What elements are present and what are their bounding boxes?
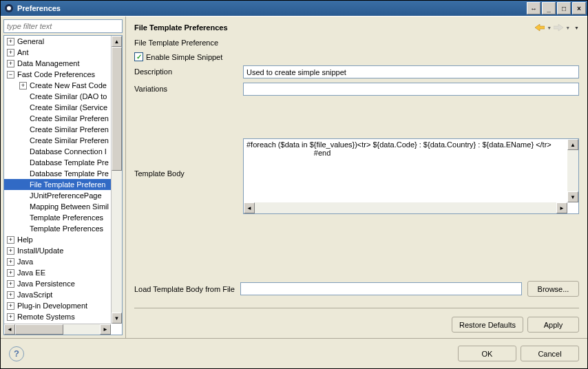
tree-item[interactable]: Create Similar Preferen xyxy=(4,135,111,146)
scroll-left-button[interactable]: ◄ xyxy=(4,324,15,335)
tree-spacer xyxy=(19,104,27,112)
description-input[interactable] xyxy=(243,65,579,78)
resize-button[interactable]: ↔ xyxy=(527,2,540,14)
scroll-up-button[interactable]: ▲ xyxy=(112,36,122,47)
expand-icon[interactable]: + xyxy=(7,60,14,67)
help-icon[interactable]: ? xyxy=(9,346,24,361)
tree-item-label: Java EE xyxy=(17,268,45,277)
template-body-label: Template Body xyxy=(134,138,238,178)
ta-scroll-up[interactable]: ▲ xyxy=(567,139,578,150)
tree-item[interactable]: Create Similar Preferen xyxy=(4,113,111,124)
textarea-hscroll[interactable]: ◄ ► xyxy=(244,202,567,213)
filter-input[interactable] xyxy=(3,19,123,33)
expand-icon[interactable]: + xyxy=(7,269,14,277)
restore-defaults-button[interactable]: Restore Defaults xyxy=(452,317,523,333)
menu-dropdown-icon[interactable]: ▼ xyxy=(574,25,579,30)
enable-snippet-label: Enable Simple Snippet xyxy=(146,53,222,61)
tree-item[interactable]: Template Preferences xyxy=(4,223,111,234)
cancel-button[interactable]: Cancel xyxy=(521,346,579,361)
expand-icon[interactable]: + xyxy=(7,49,14,56)
section-label: File Template Preference xyxy=(134,39,579,47)
expand-icon[interactable]: + xyxy=(7,313,14,321)
close-button[interactable]: × xyxy=(572,2,586,14)
tree-item-label: Fast Code Preferences xyxy=(17,70,95,78)
tree-hscrollbar[interactable]: ◄ ► xyxy=(4,324,111,335)
minimize-button[interactable]: _ xyxy=(542,2,556,14)
tree-item[interactable]: Template Preferences xyxy=(4,212,111,223)
description-label: Description xyxy=(134,65,238,76)
tree-item[interactable]: +Help xyxy=(4,234,111,245)
expand-icon[interactable]: + xyxy=(19,82,27,89)
tree-item[interactable]: Database Template Pre xyxy=(4,157,111,168)
tree-item-label: Create New Fast Code xyxy=(30,81,107,89)
tree-item[interactable]: +General xyxy=(4,36,111,47)
tree-item[interactable]: +Java EE xyxy=(4,267,111,278)
maximize-button[interactable]: □ xyxy=(557,2,571,14)
tree-item[interactable]: Mapping Between Simil xyxy=(4,201,111,212)
tree-item[interactable]: +Install/Update xyxy=(4,245,111,256)
tree-item[interactable]: File Template Preferen xyxy=(4,179,111,190)
enable-snippet-checkbox[interactable]: ✓ xyxy=(134,52,143,61)
tree-item-label: Remote Systems xyxy=(17,313,75,321)
back-button[interactable] xyxy=(534,22,545,33)
tree-item[interactable]: +Java xyxy=(4,256,111,267)
tree-item[interactable]: Create Similar (DAO to xyxy=(4,91,111,102)
enable-snippet-row: ✓ Enable Simple Snippet xyxy=(134,52,579,61)
tree-item-label: Template Preferences xyxy=(30,213,103,222)
tree-item[interactable]: Create Similar Preferen xyxy=(4,124,111,135)
form-area: File Template Preference ✓ Enable Simple… xyxy=(134,39,579,333)
tree-item-label: Data Management xyxy=(17,59,80,67)
template-body-textarea[interactable]: #foreach ($data in ${file_values})<tr> $… xyxy=(243,138,579,214)
collapse-icon[interactable]: − xyxy=(7,71,14,78)
expand-icon[interactable]: + xyxy=(7,247,14,255)
tree-item[interactable]: +Remote Systems xyxy=(4,311,111,322)
ok-button[interactable]: OK xyxy=(458,346,516,361)
expand-icon[interactable]: + xyxy=(7,291,14,299)
apply-button[interactable]: Apply xyxy=(527,317,579,333)
variations-input[interactable] xyxy=(243,83,579,96)
bottom-bar: ? OK Cancel xyxy=(1,338,587,368)
preference-tree[interactable]: +General+Ant+Data Management−Fast Code P… xyxy=(4,36,111,324)
tree-item[interactable]: Database Connection I xyxy=(4,146,111,157)
back-dropdown-icon[interactable]: ▼ xyxy=(547,25,552,30)
scroll-thumb[interactable] xyxy=(112,47,122,171)
tree-item-label: JavaScript xyxy=(17,291,52,299)
tree-item[interactable]: +Data Management xyxy=(4,58,111,69)
tree-vscrollbar[interactable]: ▲ ▼ xyxy=(111,36,122,324)
ta-scroll-down[interactable]: ▼ xyxy=(567,191,578,202)
textarea-vscroll[interactable]: ▲ ▼ xyxy=(567,139,578,202)
variations-row: Variations xyxy=(134,83,579,96)
ta-scroll-right[interactable]: ► xyxy=(556,202,567,213)
scroll-right-button[interactable]: ► xyxy=(100,324,111,335)
tree-item-label: General xyxy=(17,37,44,45)
svg-point-1 xyxy=(7,6,11,10)
tree-item[interactable]: +JavaScript xyxy=(4,289,111,300)
scroll-down-button[interactable]: ▼ xyxy=(112,313,122,324)
tree-spacer xyxy=(19,181,27,189)
hscroll-thumb[interactable] xyxy=(15,324,63,335)
expand-icon[interactable]: + xyxy=(7,302,14,310)
tree-item[interactable]: +Plug-in Development xyxy=(4,300,111,311)
expand-icon[interactable]: + xyxy=(7,38,14,45)
expand-icon[interactable]: + xyxy=(7,280,14,288)
ta-scroll-left[interactable]: ◄ xyxy=(244,202,255,213)
tree-item[interactable]: +Create New Fast Code xyxy=(4,80,111,91)
tree-item[interactable]: JUnitPreferencePage xyxy=(4,190,111,201)
tree-item[interactable]: +Ant xyxy=(4,47,111,58)
preferences-window: Preferences ↔ _ □ × +General+Ant+Data Ma… xyxy=(0,0,588,369)
expand-icon[interactable]: + xyxy=(7,236,14,244)
tree-spacer xyxy=(19,170,27,178)
expand-icon[interactable]: + xyxy=(7,258,14,266)
tree-item[interactable]: Create Similar (Service xyxy=(4,102,111,113)
tree-item[interactable]: +Java Persistence xyxy=(4,278,111,289)
tree-item[interactable]: Database Template Pre xyxy=(4,168,111,179)
dialog-buttons: OK Cancel xyxy=(458,346,579,361)
forward-dropdown-icon[interactable]: ▼ xyxy=(565,25,570,30)
tree-item[interactable]: −Fast Code Preferences xyxy=(4,69,111,80)
template-body-content[interactable]: #foreach ($data in ${file_values})<tr> $… xyxy=(244,139,567,202)
browse-button[interactable]: Browse... xyxy=(527,281,579,297)
svg-marker-2 xyxy=(535,24,545,31)
load-file-label: Load Template Body from File xyxy=(134,285,235,293)
svg-marker-3 xyxy=(554,24,563,31)
load-file-input[interactable] xyxy=(240,282,522,295)
